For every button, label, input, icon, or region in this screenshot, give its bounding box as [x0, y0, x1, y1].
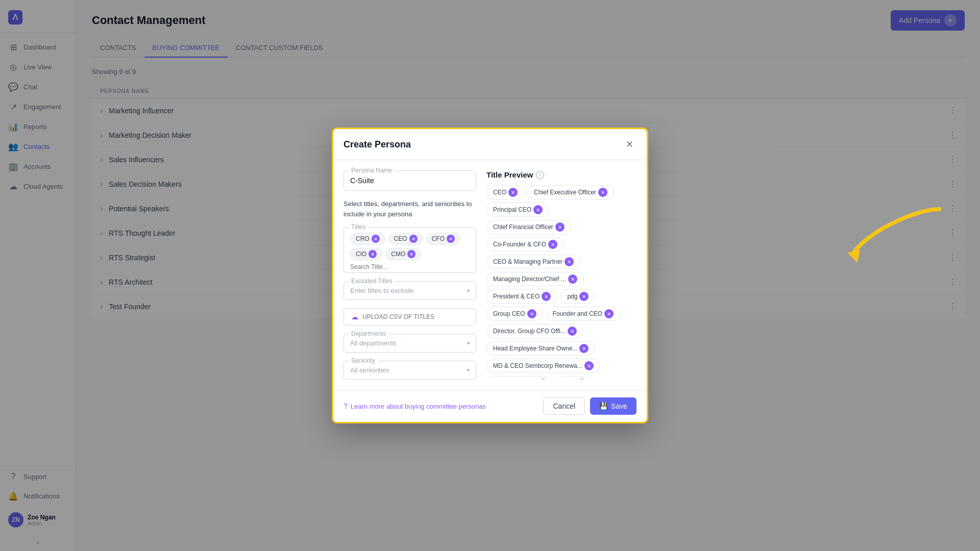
- title-tag: CIO ✕: [350, 248, 382, 260]
- preview-tag-label: CEO & Managing Partner: [493, 258, 562, 265]
- question-icon: ?: [344, 402, 348, 410]
- preview-tag-remove-button[interactable]: ✕: [533, 205, 543, 214]
- modal-overlay[interactable]: Create Persona ✕ Persona Name Select tit…: [0, 0, 980, 551]
- preview-tag: CEO & Managing Partner ✕: [486, 255, 580, 269]
- save-button[interactable]: 💾 Save: [590, 397, 636, 415]
- upload-icon: ☁: [351, 313, 358, 321]
- preview-tag: Managing Director/Chief ... ✕: [486, 272, 584, 286]
- departments-chevron-icon: ▾: [467, 340, 470, 346]
- titles-tags-container: CRO ✕ CEO ✕ CFO ✕ CIO ✕ CMO ✕: [350, 233, 470, 270]
- preview-tag: Co-Founder & CFO ✕: [486, 237, 564, 252]
- learn-more-label: Learn more about buying committee person…: [351, 403, 486, 410]
- preview-tag: Chief Financial Officer ✕: [486, 220, 571, 234]
- preview-tag-label: Head Employee Share Owne...: [493, 345, 577, 352]
- persona-name-label: Persona Name: [349, 167, 394, 174]
- preview-title: Title Preview: [486, 170, 533, 179]
- preview-tag: Head Employee Share Owne... ✕: [486, 341, 595, 356]
- title-search-input[interactable]: [350, 263, 427, 270]
- modal-body: Persona Name Select titles, departments,…: [333, 160, 647, 390]
- excluded-titles-field[interactable]: Excluded Titles Enter titles to exclude …: [344, 281, 476, 300]
- preview-tags-container: CEO ✕ Chief Executive Officer ✕ Principa…: [486, 185, 636, 379]
- preview-tag-label: Co-Founder & CFO: [493, 241, 546, 248]
- preview-tag-remove-button[interactable]: ✕: [555, 222, 565, 232]
- title-tag: CRO ✕: [350, 233, 385, 245]
- preview-tag-remove-button[interactable]: ✕: [598, 188, 607, 197]
- preview-tag: Ceo ✕: [557, 376, 593, 379]
- tag-label: CRO: [356, 235, 370, 242]
- tag-remove-button[interactable]: ✕: [409, 235, 418, 243]
- section-description: Select titles, departments, and seniorit…: [344, 199, 476, 219]
- create-persona-modal: Create Persona ✕ Persona Name Select tit…: [332, 128, 648, 423]
- tag-remove-button[interactable]: ✕: [372, 235, 380, 243]
- seniority-label: Seniority: [349, 357, 377, 364]
- preview-tag-remove-button[interactable]: ✕: [548, 240, 557, 249]
- tag-label: CFO: [432, 235, 445, 242]
- preview-tag: President & CEO ✕: [486, 289, 557, 304]
- persona-name-input[interactable]: [350, 177, 470, 185]
- seniority-chevron-icon: ▾: [467, 367, 470, 373]
- preview-tag: pdg ✕: [560, 289, 595, 304]
- footer-actions: Cancel 💾 Save: [543, 397, 636, 415]
- excluded-chevron-icon: ▾: [467, 288, 470, 293]
- preview-tag-remove-button[interactable]: ✕: [527, 309, 536, 318]
- modal-footer: ? Learn more about buying committee pers…: [333, 390, 647, 422]
- preview-tag-remove-button[interactable]: ✕: [568, 327, 577, 336]
- save-label: Save: [611, 402, 627, 410]
- titles-field: Titles CRO ✕ CEO ✕ CFO ✕ CIO ✕ CMO ✕: [344, 227, 476, 273]
- preview-tag-remove-button[interactable]: ✕: [538, 379, 548, 379]
- tag-remove-button[interactable]: ✕: [447, 235, 455, 243]
- preview-tag-label: CEO: [493, 189, 506, 196]
- right-panel: Title Preview i CEO ✕ Chief Executive Of…: [486, 170, 636, 380]
- preview-tag-label: Principal CEO: [493, 206, 531, 213]
- preview-tag: CEO ✕: [486, 185, 524, 199]
- preview-tag-remove-button[interactable]: ✕: [568, 274, 577, 284]
- excluded-titles-placeholder: Enter titles to exclude: [350, 287, 467, 294]
- preview-tag-label: Managing Director/Chief ...: [493, 276, 566, 283]
- modal-header: Create Persona ✕: [333, 129, 647, 160]
- title-tag: CEO ✕: [388, 233, 423, 245]
- excluded-titles-label: Excluded Titles: [349, 278, 395, 285]
- upload-csv-label: UPLOAD CSV OF TITLES: [362, 313, 434, 320]
- preview-tag-label: Founder and CEO: [553, 310, 602, 317]
- tag-label: CMO: [391, 251, 405, 258]
- preview-tag-remove-button[interactable]: ✕: [584, 361, 594, 370]
- preview-tag-remove-button[interactable]: ✕: [565, 257, 574, 266]
- preview-tag-label: President & CEO: [493, 293, 540, 300]
- upload-csv-button[interactable]: ☁ UPLOAD CSV OF TITLES: [344, 308, 476, 325]
- tag-remove-button[interactable]: ✕: [369, 250, 377, 258]
- preview-info-icon[interactable]: i: [536, 171, 544, 179]
- preview-tag-label: Director, Group CFO Offi...: [493, 328, 566, 335]
- seniority-field[interactable]: Seniority All seniorities ▾: [344, 361, 476, 380]
- preview-tag-remove-button[interactable]: ✕: [579, 292, 589, 301]
- preview-tag-label: MD & CEO Sembcorp Renewa...: [493, 362, 582, 369]
- learn-more-link[interactable]: ? Learn more about buying committee pers…: [344, 402, 486, 410]
- preview-tag-remove-button[interactable]: ✕: [604, 309, 614, 318]
- modal-title: Create Persona: [344, 139, 411, 150]
- preview-tag-remove-button[interactable]: ✕: [579, 344, 589, 353]
- tag-label: CEO: [394, 235, 407, 242]
- preview-tag-remove-button[interactable]: ✕: [542, 292, 551, 301]
- tag-label: CIO: [356, 251, 366, 258]
- save-icon: 💾: [599, 402, 608, 410]
- titles-label: Titles: [349, 223, 368, 231]
- preview-tag-label: Chief Financial Officer: [493, 223, 553, 231]
- cancel-button[interactable]: Cancel: [543, 397, 585, 415]
- persona-name-field: Persona Name: [344, 170, 476, 191]
- title-tag: CMO ✕: [385, 248, 421, 260]
- preview-tag: MD & CEO Sembcorp Renewa... ✕: [486, 359, 600, 373]
- left-panel: Persona Name Select titles, departments,…: [344, 170, 476, 380]
- departments-value: All departments: [350, 339, 396, 347]
- seniority-value: All seniorities: [350, 366, 389, 374]
- modal-close-button[interactable]: ✕: [622, 137, 636, 152]
- preview-tag-label: pdg: [567, 293, 577, 300]
- departments-field[interactable]: Departments All departments ▾: [344, 334, 476, 353]
- preview-tag-remove-button[interactable]: ✕: [577, 379, 586, 379]
- preview-tag: Founder & CEO ✕: [486, 376, 554, 379]
- preview-tag-remove-button[interactable]: ✕: [508, 188, 518, 197]
- title-tag: CFO ✕: [426, 233, 460, 245]
- departments-label: Departments: [349, 330, 388, 337]
- preview-header: Title Preview i: [486, 170, 636, 179]
- tag-remove-button[interactable]: ✕: [407, 250, 415, 258]
- preview-tag: Founder and CEO ✕: [546, 307, 620, 321]
- preview-tag-label: Group CEO: [493, 310, 525, 317]
